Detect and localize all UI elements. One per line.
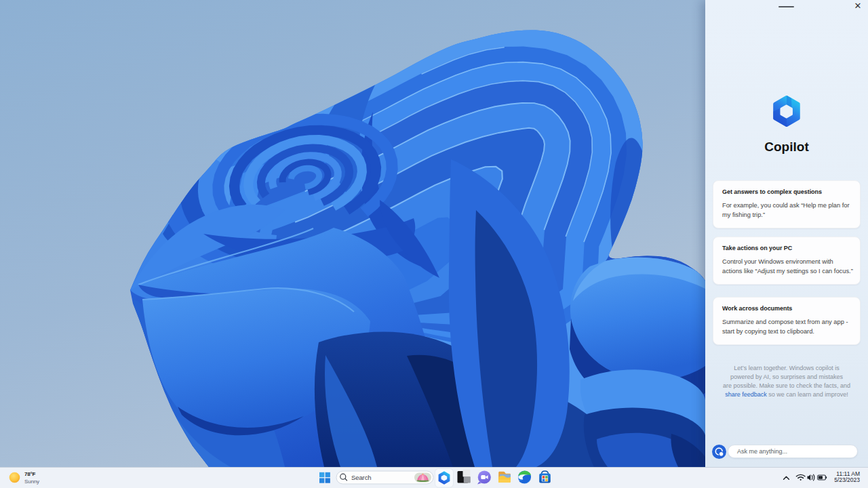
svg-text:Search: Search: [351, 474, 372, 481]
